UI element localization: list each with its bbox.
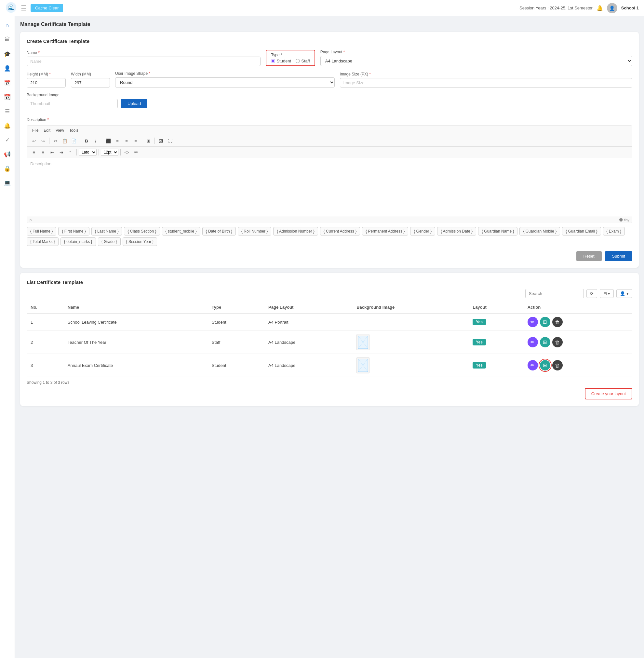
undo-button[interactable]: ↩ bbox=[30, 137, 38, 145]
refresh-button[interactable]: ⟳ bbox=[586, 289, 597, 298]
edit-button-1[interactable]: ✏ bbox=[528, 317, 538, 327]
delete-button-1[interactable]: 🗑 bbox=[552, 317, 563, 327]
image-size-input[interactable] bbox=[340, 78, 632, 88]
upload-button[interactable]: Upload bbox=[121, 99, 147, 108]
columns-button[interactable]: ⊞ ▾ bbox=[600, 289, 614, 298]
sidebar-item-laptop[interactable]: 💻 bbox=[2, 177, 13, 189]
tag-full-name[interactable]: { Full Name } bbox=[27, 227, 56, 235]
font-family-select[interactable]: Lato Arial bbox=[79, 149, 97, 156]
layout-button-1[interactable]: ⊞ bbox=[540, 317, 550, 327]
sidebar-item-graduation[interactable]: 🎓 bbox=[2, 48, 13, 60]
school-label: School 1 bbox=[621, 5, 639, 10]
font-size-select[interactable]: 12pt 14pt 16pt bbox=[101, 149, 118, 156]
tag-obtain-marks[interactable]: { obtain_marks } bbox=[61, 237, 96, 246]
type-staff-label[interactable]: Staff bbox=[296, 59, 310, 63]
tag-guardian-name[interactable]: { Guardian Name } bbox=[478, 227, 518, 235]
blockquote-button[interactable]: " bbox=[66, 148, 74, 156]
tag-class-section[interactable]: { Class Section } bbox=[124, 227, 160, 235]
cut-button[interactable]: ✂ bbox=[51, 137, 60, 145]
copy-button[interactable]: 📋 bbox=[61, 137, 69, 145]
outdent-button[interactable]: ⇤ bbox=[48, 148, 56, 156]
layout-button-3[interactable]: ⊞ bbox=[540, 360, 550, 370]
code-button[interactable]: <> bbox=[123, 148, 131, 156]
type-student-radio[interactable] bbox=[271, 59, 275, 63]
tag-dob[interactable]: { Date of Birth } bbox=[202, 227, 236, 235]
sidebar-item-user[interactable]: 👤 bbox=[2, 63, 13, 74]
hamburger-icon[interactable]: ☰ bbox=[21, 4, 27, 12]
menu-edit[interactable]: Edit bbox=[41, 127, 53, 134]
cell-name: Annaul Exam Certificate bbox=[64, 354, 208, 377]
tag-guardian-mobile[interactable]: { Guardian Mobile } bbox=[520, 227, 560, 235]
tag-last-name[interactable]: { Last Name } bbox=[91, 227, 122, 235]
tag-grade[interactable]: { Grade } bbox=[98, 237, 121, 246]
bold-button[interactable]: B bbox=[82, 137, 91, 145]
sidebar-item-calendar2[interactable]: 📆 bbox=[2, 91, 13, 103]
tag-student-mobile[interactable]: { student_mobile } bbox=[162, 227, 200, 235]
paste-button[interactable]: 📄 bbox=[70, 137, 78, 145]
tag-exam[interactable]: { Exam } bbox=[603, 227, 625, 235]
session-text: Session Years : 2024-25, 1st Semester bbox=[520, 5, 593, 10]
tag-session-year[interactable]: { Session Year } bbox=[123, 237, 157, 246]
create-layout-button[interactable]: Create your layout bbox=[585, 388, 632, 400]
sidebar-item-calendar[interactable]: 📅 bbox=[2, 77, 13, 89]
page-layout-select[interactable]: A4 Landscape A4 Portrait bbox=[320, 56, 632, 66]
sidebar-item-megaphone[interactable]: 📢 bbox=[2, 148, 13, 160]
export-button[interactable]: 👤 ▾ bbox=[616, 289, 632, 298]
notification-icon[interactable]: 🔔 bbox=[597, 5, 603, 11]
navbar-right: Session Years : 2024-25, 1st Semester 🔔 … bbox=[520, 3, 639, 13]
align-center-button[interactable]: ≡ bbox=[113, 137, 122, 145]
sidebar-item-list[interactable]: ☰ bbox=[2, 106, 13, 117]
edit-button-2[interactable]: ✏ bbox=[528, 337, 538, 347]
tag-admission-date[interactable]: { Admission Date } bbox=[437, 227, 476, 235]
edit-button-3[interactable]: ✏ bbox=[528, 360, 538, 370]
ul-button[interactable]: ≡ bbox=[30, 148, 38, 156]
indent-button[interactable]: ⇥ bbox=[57, 148, 65, 156]
type-student-label[interactable]: Student bbox=[271, 59, 291, 63]
editor-body[interactable]: Description bbox=[27, 158, 632, 217]
preview-button[interactable]: 👁 bbox=[132, 148, 140, 156]
type-staff-radio[interactable] bbox=[296, 59, 300, 63]
tag-current-address[interactable]: { Current Address } bbox=[320, 227, 360, 235]
sidebar: ⌂ 🏛 🎓 👤 📅 📆 ☰ 🔔 ✓ 📢 🔒 💻 bbox=[0, 16, 15, 416]
sidebar-item-shield[interactable]: 🔒 bbox=[2, 163, 13, 174]
editor-toolbar-1: ↩ ↪ ✂ 📋 📄 B I ⬛ ≡ ≡ ≡ ⊞ bbox=[27, 135, 632, 147]
sidebar-item-home[interactable]: ⌂ bbox=[2, 20, 13, 31]
cache-clear-button[interactable]: Cache Clear bbox=[30, 4, 63, 12]
bg-image-group: Background Image Upload bbox=[27, 93, 632, 114]
menu-tools[interactable]: Tools bbox=[67, 127, 81, 134]
sidebar-item-building[interactable]: 🏛 bbox=[2, 34, 13, 46]
fullscreen-button[interactable]: ⛶ bbox=[166, 137, 174, 145]
height-input[interactable] bbox=[27, 78, 66, 88]
cell-action: ✏ ⊞ 🗑 bbox=[524, 331, 632, 354]
submit-button[interactable]: Submit bbox=[605, 251, 632, 261]
align-left-button[interactable]: ⬛ bbox=[104, 137, 113, 145]
image-button[interactable]: 🖼 bbox=[157, 137, 165, 145]
redo-button[interactable]: ↪ bbox=[39, 137, 47, 145]
layout-button-2[interactable]: ⊞ bbox=[540, 337, 550, 347]
sidebar-item-check[interactable]: ✓ bbox=[2, 134, 13, 146]
tag-gender[interactable]: { Gender } bbox=[410, 227, 435, 235]
thumbnail-input[interactable] bbox=[27, 99, 118, 108]
tag-admission-number[interactable]: { Admission Number } bbox=[273, 227, 318, 235]
justify-button[interactable]: ≡ bbox=[131, 137, 140, 145]
width-input[interactable] bbox=[71, 78, 110, 88]
delete-button-3[interactable]: 🗑 bbox=[552, 360, 563, 370]
tag-guardian-email[interactable]: { Guardian Email } bbox=[562, 227, 601, 235]
search-input[interactable] bbox=[525, 289, 584, 298]
table-button[interactable]: ⊞ bbox=[144, 137, 153, 145]
description-label: Description * bbox=[27, 117, 632, 122]
tag-roll-number[interactable]: { Roll Number } bbox=[238, 227, 271, 235]
tag-permanent-address[interactable]: { Permanent Address } bbox=[362, 227, 408, 235]
name-input[interactable] bbox=[27, 56, 260, 66]
sidebar-item-bell[interactable]: 🔔 bbox=[2, 120, 13, 131]
delete-button-2[interactable]: 🗑 bbox=[552, 337, 563, 347]
tag-first-name[interactable]: { First Name } bbox=[58, 227, 89, 235]
align-right-button[interactable]: ≡ bbox=[122, 137, 131, 145]
tag-total-marks[interactable]: { Total Marks } bbox=[27, 237, 59, 246]
reset-button[interactable]: Reset bbox=[576, 251, 602, 261]
italic-button[interactable]: I bbox=[91, 137, 100, 145]
ol-button[interactable]: ≡ bbox=[39, 148, 47, 156]
menu-view[interactable]: View bbox=[53, 127, 67, 134]
image-shape-select[interactable]: Round Square bbox=[115, 77, 335, 88]
menu-file[interactable]: File bbox=[30, 127, 41, 134]
